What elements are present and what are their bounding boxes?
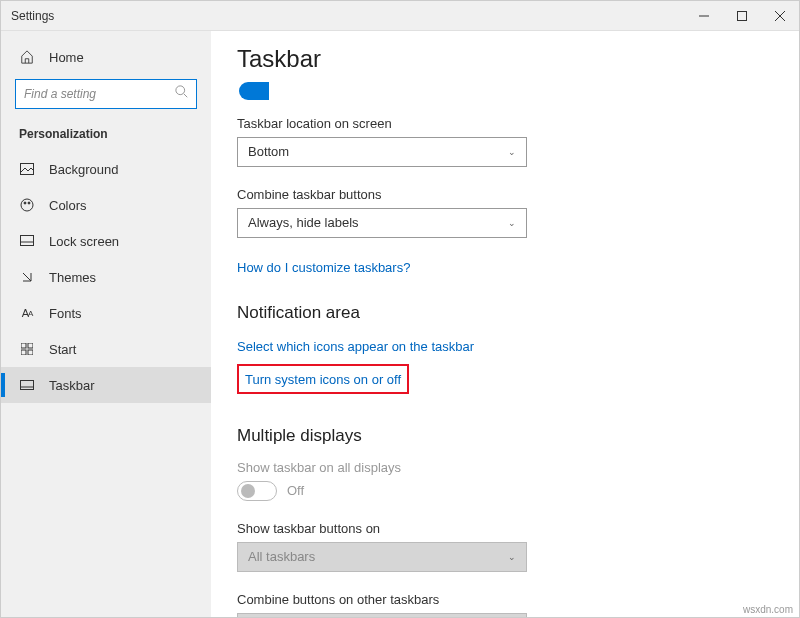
themes-icon — [19, 269, 35, 285]
sidebar: Home Personalization Background Colors L… — [1, 31, 211, 617]
show-buttons-on-dropdown: All taskbars ⌄ — [237, 542, 527, 572]
sidebar-item-label: Background — [49, 162, 118, 177]
svg-rect-15 — [28, 350, 33, 355]
select-icons-link[interactable]: Select which icons appear on the taskbar — [237, 339, 474, 354]
multiple-displays-title: Multiple displays — [237, 426, 767, 446]
customize-help-link[interactable]: How do I customize taskbars? — [237, 260, 410, 275]
svg-rect-16 — [21, 381, 34, 390]
palette-icon — [19, 197, 35, 213]
combine-buttons-dropdown[interactable]: Always, hide labels ⌄ — [237, 208, 527, 238]
fonts-icon: AA — [19, 305, 35, 321]
toggle-switch — [237, 481, 277, 501]
sidebar-item-label: Colors — [49, 198, 87, 213]
svg-rect-14 — [21, 350, 26, 355]
svg-point-4 — [176, 86, 185, 95]
sidebar-item-label: Fonts — [49, 306, 82, 321]
nav-list: Background Colors Lock screen Themes AA … — [1, 151, 211, 403]
picture-icon — [19, 161, 35, 177]
svg-rect-1 — [738, 11, 747, 20]
minimize-button[interactable] — [685, 1, 723, 30]
search-input[interactable] — [24, 87, 175, 101]
chevron-down-icon: ⌄ — [508, 218, 516, 228]
sidebar-item-fonts[interactable]: AA Fonts — [1, 295, 211, 331]
system-icons-link[interactable]: Turn system icons on or off — [245, 372, 401, 387]
toggle-state: Off — [287, 483, 304, 498]
home-icon — [19, 49, 35, 65]
dropdown-value: Bottom — [248, 144, 289, 159]
toggle-icon — [239, 82, 269, 100]
taskbar-icon — [19, 377, 35, 393]
lockscreen-icon — [19, 233, 35, 249]
show-taskbar-all-toggle: Off — [237, 481, 767, 501]
page-title: Taskbar — [237, 45, 767, 73]
sidebar-item-lockscreen[interactable]: Lock screen — [1, 223, 211, 259]
combine-other-dropdown: Always, hide labels ⌄ — [237, 613, 527, 617]
window-title: Settings — [11, 9, 54, 23]
chevron-down-icon: ⌄ — [508, 147, 516, 157]
combine-buttons-label: Combine taskbar buttons — [237, 187, 767, 202]
start-icon — [19, 341, 35, 357]
svg-point-8 — [24, 202, 26, 204]
main-content: Taskbar Off Taskbar location on screen B… — [211, 31, 799, 617]
svg-point-9 — [28, 202, 30, 204]
taskbar-location-label: Taskbar location on screen — [237, 116, 767, 131]
svg-rect-13 — [28, 343, 33, 348]
svg-line-5 — [184, 94, 188, 98]
show-taskbar-all-label: Show taskbar on all displays — [237, 460, 767, 475]
sidebar-item-label: Start — [49, 342, 76, 357]
dropdown-value: Always, hide labels — [248, 215, 359, 230]
close-button[interactable] — [761, 1, 799, 30]
sidebar-item-label: Lock screen — [49, 234, 119, 249]
watermark: wsxdn.com — [743, 604, 793, 615]
home-label: Home — [49, 50, 84, 65]
window-controls — [685, 1, 799, 30]
svg-rect-10 — [21, 236, 34, 246]
titlebar: Settings — [1, 1, 799, 31]
show-buttons-on-label: Show taskbar buttons on — [237, 521, 767, 536]
search-icon — [175, 85, 189, 103]
sidebar-item-taskbar[interactable]: Taskbar — [1, 367, 211, 403]
sidebar-item-label: Themes — [49, 270, 96, 285]
chevron-down-icon: ⌄ — [508, 552, 516, 562]
sidebar-item-themes[interactable]: Themes — [1, 259, 211, 295]
sidebar-item-label: Taskbar — [49, 378, 95, 393]
svg-rect-12 — [21, 343, 26, 348]
sidebar-header: Personalization — [1, 127, 211, 151]
notification-area-title: Notification area — [237, 303, 767, 323]
sidebar-item-colors[interactable]: Colors — [1, 187, 211, 223]
search-box[interactable] — [15, 79, 197, 109]
taskbar-location-dropdown[interactable]: Bottom ⌄ — [237, 137, 527, 167]
maximize-button[interactable] — [723, 1, 761, 30]
sidebar-item-background[interactable]: Background — [1, 151, 211, 187]
partial-toggle-row: Off — [237, 81, 767, 100]
highlight-box: Turn system icons on or off — [237, 364, 409, 394]
home-nav[interactable]: Home — [1, 43, 211, 79]
combine-other-label: Combine buttons on other taskbars — [237, 592, 767, 607]
dropdown-value: All taskbars — [248, 549, 315, 564]
sidebar-item-start[interactable]: Start — [1, 331, 211, 367]
svg-point-7 — [21, 199, 33, 211]
